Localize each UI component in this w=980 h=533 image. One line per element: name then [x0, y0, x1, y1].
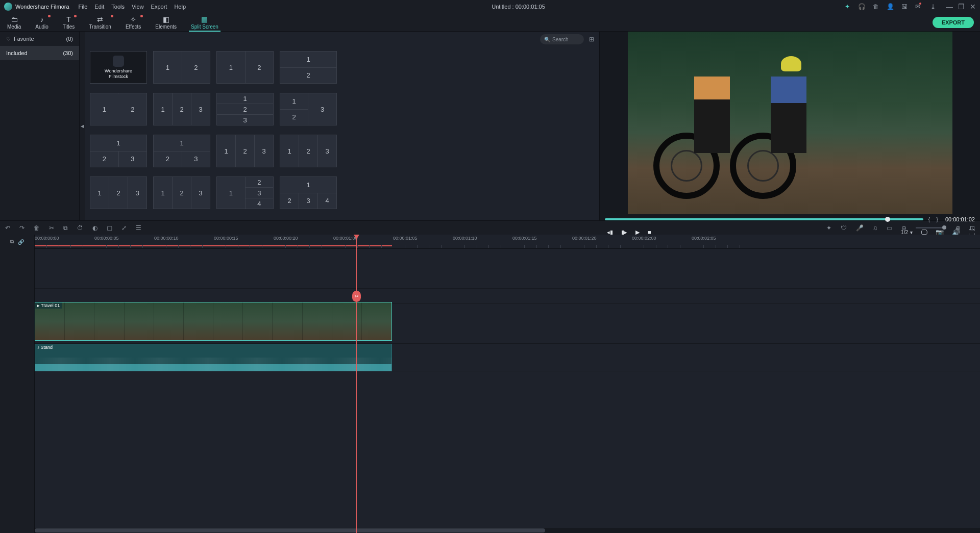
shapes-icon: ◧	[163, 15, 169, 23]
shield-icon[interactable]: 🛡	[841, 224, 847, 232]
split-layout-tile[interactable]: 123	[153, 176, 210, 209]
audio-clip[interactable]: ♪Stand	[35, 344, 392, 371]
crop-icon[interactable]: ⧉	[63, 224, 68, 232]
category-sidebar: ♡Favorite (0) Included (30)	[0, 32, 80, 220]
ruler-tick: 00:00:01:00	[333, 236, 358, 241]
preview-scrubber[interactable]	[605, 218, 923, 220]
preview-frame	[628, 32, 952, 214]
zoom-slider[interactable]	[916, 227, 946, 229]
sidebar-item-included[interactable]: Included (30)	[0, 46, 79, 60]
video-play-icon: ▸	[37, 303, 40, 308]
layout-browser: 🔍 Search ⊞ WondershareFilmstock121212121…	[85, 32, 600, 220]
timeline-horizontal-scrollbar[interactable]	[35, 528, 980, 533]
audio-note-icon: ♪	[37, 345, 40, 350]
menu-file[interactable]: File	[79, 4, 88, 10]
scrollbar-thumb[interactable]	[35, 528, 545, 532]
titlebar-actions: ✦ 🎧 🗑 👤 🖫 ✉ ⤓	[844, 3, 937, 10]
menu-view[interactable]: View	[132, 4, 144, 10]
trash-icon[interactable]: 🗑	[872, 3, 879, 10]
link-icon[interactable]: 🔗	[18, 239, 24, 245]
split-layout-tile[interactable]: 12	[216, 51, 274, 84]
mark-out-icon[interactable]: }	[935, 216, 939, 222]
split-clip-button[interactable]: ✂	[352, 291, 361, 302]
expand-icon[interactable]: ⤢	[121, 224, 127, 232]
search-input[interactable]: 🔍 Search	[540, 34, 584, 44]
track-headers-column: ⧉ 🔗	[0, 235, 35, 533]
split-layout-tile[interactable]: 123	[90, 135, 147, 167]
headphones-icon[interactable]: 🎧	[858, 3, 865, 10]
render-icon[interactable]: ✦	[826, 224, 831, 232]
speed-icon[interactable]: ⏱	[77, 224, 83, 232]
mail-icon[interactable]: ✉	[915, 3, 922, 10]
ripple-edit-icon[interactable]: ⧉	[10, 239, 14, 245]
ruler-tick: 00:00:00:00	[35, 236, 59, 241]
delete-icon[interactable]: 🗑	[34, 224, 40, 232]
video-clip[interactable]: ▸Travel 01	[35, 302, 392, 341]
zoom-out-icon[interactable]: ⊖	[901, 224, 906, 232]
ruler-tick: 00:00:01:20	[572, 236, 597, 241]
split-layout-tile[interactable]: 123	[216, 93, 274, 125]
mark-in-icon[interactable]: {	[927, 216, 932, 222]
playhead[interactable]: ✂	[356, 235, 357, 533]
view-grid-icon[interactable]: ⊞	[589, 36, 594, 43]
cut-icon[interactable]: ✂	[49, 224, 54, 232]
window-maximize-icon[interactable]: ❐	[958, 3, 965, 11]
audio-mixer-icon[interactable]: ♫	[873, 224, 877, 232]
tab-effects[interactable]: ✧Effects	[118, 13, 148, 32]
split-layout-tile[interactable]: 123	[216, 135, 274, 167]
undo-icon[interactable]: ↶	[5, 224, 10, 232]
sidebar-item-favorite[interactable]: ♡Favorite (0)	[0, 32, 79, 46]
filmstock-tile[interactable]: WondershareFilmstock	[90, 51, 147, 84]
green-screen-icon[interactable]: ▢	[107, 224, 112, 232]
transition-icon: ⇄	[97, 15, 103, 23]
track-audio-1[interactable]: ♪1 🔓 🔊 ♪Stand	[35, 344, 980, 371]
window-minimize-icon[interactable]: —	[946, 3, 953, 11]
split-layout-tile[interactable]: 123	[153, 93, 210, 125]
scrubber-handle[interactable]	[885, 217, 890, 222]
mic-icon[interactable]: 🎤	[856, 224, 864, 232]
collapse-sidebar-button[interactable]: ◀	[80, 32, 85, 220]
tab-media[interactable]: 🗀Media	[0, 13, 28, 32]
tab-elements[interactable]: ◧Elements	[148, 13, 184, 32]
track-video-1[interactable]: ▣1 🔓 👁 ▸Travel 01	[35, 304, 980, 344]
zoom-in-icon[interactable]: ⊕	[955, 224, 961, 232]
window-close-icon[interactable]: ✕	[970, 3, 976, 11]
menu-tools[interactable]: Tools	[111, 4, 125, 10]
marker-add-icon[interactable]: ▭	[887, 224, 892, 232]
title-bar: Wondershare Filmora File Edit Tools View…	[0, 0, 980, 13]
tab-titles[interactable]: TTitles	[56, 13, 82, 32]
ruler-tick: 00:00:02:00	[632, 236, 656, 241]
tab-split-screen[interactable]: ▦Split Screen	[184, 13, 226, 32]
document-title: Untitled : 00:00:01:05	[193, 4, 844, 10]
split-layout-tile[interactable]: 12	[280, 51, 337, 84]
settings-sparkle-icon[interactable]: ✦	[844, 3, 851, 10]
preview-canvas	[600, 32, 980, 214]
menu-export[interactable]: Export	[151, 4, 167, 10]
grid-icon: ▦	[201, 15, 208, 23]
split-layout-tile[interactable]: 1234	[216, 176, 274, 209]
split-layout-tile[interactable]: 123	[90, 176, 147, 209]
split-layout-tile[interactable]: 12	[90, 93, 147, 125]
text-icon: T	[66, 15, 71, 23]
split-layout-tile[interactable]: 123	[280, 135, 337, 167]
user-icon[interactable]: 👤	[887, 3, 894, 10]
export-button[interactable]: EXPORT	[933, 17, 974, 28]
menu-edit[interactable]: Edit	[94, 4, 104, 10]
zoom-fit-icon[interactable]: ⊡	[970, 224, 975, 232]
split-layout-tile[interactable]: 12	[153, 51, 210, 84]
split-layout-tile[interactable]: 123	[280, 93, 337, 125]
ruler-tick: 00:00:02:05	[692, 236, 716, 241]
folder-icon: 🗀	[11, 15, 18, 23]
download-icon[interactable]: ⤓	[929, 3, 937, 10]
split-layout-tile[interactable]: 1234	[280, 176, 337, 209]
redo-icon[interactable]: ↷	[19, 224, 24, 232]
color-icon[interactable]: ◐	[92, 224, 97, 232]
tab-audio[interactable]: ♪Audio	[28, 13, 56, 32]
music-icon: ♪	[40, 15, 44, 23]
split-layout-tile[interactable]: 123	[153, 135, 210, 167]
save-icon[interactable]: 🖫	[901, 3, 908, 10]
tab-transition[interactable]: ⇄Transition	[82, 13, 118, 32]
timeline-ruler[interactable]: 00:00:00:0000:00:00:0500:00:00:1000:00:0…	[35, 235, 980, 249]
menu-help[interactable]: Help	[174, 4, 186, 10]
settings-list-icon[interactable]: ☰	[136, 224, 141, 232]
